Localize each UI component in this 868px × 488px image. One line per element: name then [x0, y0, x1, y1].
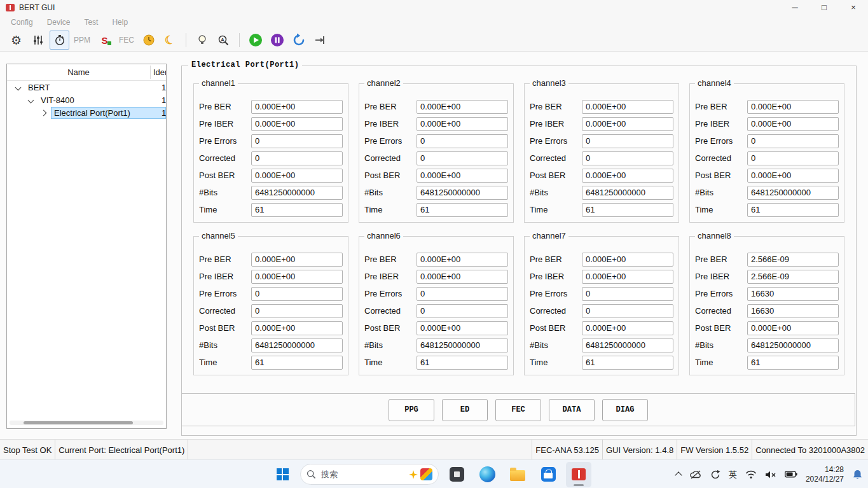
field-input-channel8-0[interactable]	[747, 253, 839, 267]
field-input-channel7-1[interactable]	[582, 270, 673, 284]
diag-button[interactable]: DIAG	[602, 399, 648, 421]
field-input-channel5-6[interactable]	[251, 356, 343, 370]
close-button[interactable]: ×	[839, 0, 868, 15]
tray-volume[interactable]	[765, 470, 776, 479]
field-input-channel5-5[interactable]	[251, 338, 343, 352]
field-input-channel8-6[interactable]	[747, 356, 839, 370]
clock-button[interactable]	[139, 31, 158, 50]
field-input-channel3-0[interactable]	[582, 100, 673, 114]
menu-test[interactable]: Test	[77, 17, 105, 28]
field-input-channel4-2[interactable]	[747, 134, 839, 148]
field-input-channel4-4[interactable]	[747, 169, 839, 183]
field-input-channel3-1[interactable]	[582, 117, 673, 131]
field-input-channel1-0[interactable]	[251, 100, 343, 114]
tree-item-label[interactable]: BERT	[25, 82, 52, 93]
field-input-channel6-5[interactable]	[417, 338, 508, 352]
tree-item-label-selected[interactable]: Electrical Port(Port1)	[51, 107, 166, 119]
field-input-channel1-6[interactable]	[251, 203, 343, 217]
field-input-channel5-1[interactable]	[251, 270, 343, 284]
field-input-channel7-6[interactable]	[582, 356, 673, 370]
sliders-button[interactable]	[28, 31, 48, 50]
field-input-channel2-6[interactable]	[417, 203, 508, 217]
field-input-channel7-5[interactable]	[582, 338, 673, 352]
field-input-channel3-5[interactable]	[582, 186, 673, 200]
field-input-channel3-6[interactable]	[582, 203, 673, 217]
start-test-button[interactable]	[245, 31, 265, 50]
chevron-down-icon[interactable]	[15, 84, 22, 90]
field-input-channel8-5[interactable]	[747, 338, 839, 352]
taskbar-app-dark[interactable]	[444, 462, 469, 487]
tray-sync[interactable]	[710, 470, 720, 480]
ppg-button[interactable]: PPG	[389, 399, 434, 421]
settings-button[interactable]: ⚙	[6, 31, 26, 50]
field-input-channel6-1[interactable]	[417, 270, 508, 284]
start-button[interactable]	[270, 462, 295, 487]
reset-button[interactable]	[289, 31, 308, 50]
chevron-right-icon[interactable]	[41, 109, 47, 116]
taskbar-search[interactable]: 搜索	[300, 464, 439, 485]
moon-button[interactable]: ☾	[160, 31, 180, 50]
export-button[interactable]	[310, 31, 330, 50]
ppm-button[interactable]: PPM	[71, 31, 93, 50]
tree-item-bert[interactable]: BERT 1	[7, 81, 166, 94]
tray-battery[interactable]	[785, 471, 797, 478]
field-input-channel4-3[interactable]	[747, 151, 839, 165]
idea-button[interactable]	[192, 31, 212, 50]
field-input-channel4-0[interactable]	[747, 100, 839, 114]
field-input-channel1-1[interactable]	[251, 117, 343, 131]
field-input-channel8-3[interactable]	[747, 304, 839, 318]
minimize-button[interactable]: ─	[780, 0, 809, 15]
search-highlight-icon[interactable]	[420, 468, 432, 480]
field-input-channel1-3[interactable]	[251, 151, 343, 165]
field-input-channel3-2[interactable]	[582, 134, 673, 148]
field-input-channel6-0[interactable]	[417, 253, 508, 267]
field-input-channel2-0[interactable]	[417, 100, 508, 114]
field-input-channel2-5[interactable]	[417, 186, 508, 200]
field-input-channel6-3[interactable]	[417, 304, 508, 318]
tree-item-electrical-port1[interactable]: Electrical Port(Port1) 1	[7, 106, 166, 119]
field-input-channel8-1[interactable]	[747, 270, 839, 284]
field-input-channel2-3[interactable]	[417, 151, 508, 165]
field-input-channel3-4[interactable]	[582, 169, 673, 183]
taskbar-store[interactable]	[535, 462, 561, 487]
taskbar-bert-gui[interactable]	[566, 462, 591, 487]
chevron-down-icon[interactable]	[28, 97, 34, 103]
find-button[interactable]: A	[214, 31, 233, 50]
field-input-channel7-4[interactable]	[582, 321, 673, 335]
fec-button[interactable]: FEC	[495, 399, 541, 421]
fec-toolbar-button[interactable]: FEC	[116, 31, 137, 50]
tray-expand-button[interactable]	[676, 471, 681, 478]
menu-config[interactable]: Config	[4, 17, 40, 28]
data-button[interactable]: DATA	[549, 399, 595, 421]
field-input-channel1-5[interactable]	[251, 186, 343, 200]
field-input-channel3-3[interactable]	[582, 151, 673, 165]
field-input-channel5-4[interactable]	[251, 321, 343, 335]
tray-onedrive[interactable]	[689, 470, 702, 479]
taskbar-explorer[interactable]	[505, 462, 530, 487]
pause-test-button[interactable]	[267, 31, 287, 50]
field-input-channel2-1[interactable]	[417, 117, 508, 131]
scrollbar-thumb[interactable]	[24, 421, 133, 424]
signal-button[interactable]: S	[95, 31, 114, 50]
taskbar-clock[interactable]: 14:28 2024/12/27	[806, 465, 844, 484]
field-input-channel2-2[interactable]	[417, 134, 508, 148]
ed-button[interactable]: ED	[442, 399, 488, 421]
field-input-channel4-1[interactable]	[747, 117, 839, 131]
horizontal-scrollbar[interactable]	[10, 421, 163, 425]
field-input-channel5-0[interactable]	[251, 253, 343, 267]
field-input-channel5-2[interactable]	[251, 287, 343, 301]
field-input-channel8-4[interactable]	[747, 321, 839, 335]
field-input-channel6-6[interactable]	[417, 356, 508, 370]
field-input-channel7-2[interactable]	[582, 287, 673, 301]
tray-wifi[interactable]	[745, 470, 757, 479]
field-input-channel8-2[interactable]	[747, 287, 839, 301]
notification-button[interactable]	[852, 469, 863, 480]
field-input-channel6-2[interactable]	[417, 287, 508, 301]
field-input-channel4-6[interactable]	[747, 203, 839, 217]
tree-item-vit8400[interactable]: VIT-8400 1	[7, 94, 166, 106]
ime-indicator[interactable]: 英	[729, 469, 737, 480]
taskbar-edge[interactable]	[474, 462, 500, 487]
menu-device[interactable]: Device	[40, 17, 78, 28]
timer-button[interactable]	[50, 31, 69, 50]
field-input-channel5-3[interactable]	[251, 304, 343, 318]
